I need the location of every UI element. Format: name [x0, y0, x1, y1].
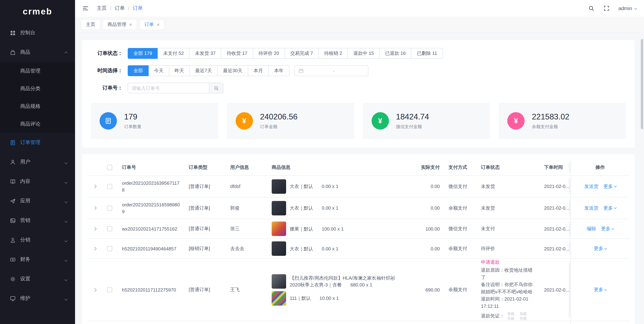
- time-filter-this-month[interactable]: 本月: [248, 65, 268, 76]
- status-filter-deleted[interactable]: 已删除 11: [411, 48, 443, 59]
- stat-card-balance-pay: ¥ 221583.02 余额支付金额: [499, 103, 626, 139]
- status-filter-completed[interactable]: 交易完成 7: [284, 48, 319, 59]
- gear-icon: [10, 276, 16, 282]
- sidebar-item-apps[interactable]: 应用: [0, 191, 75, 211]
- refund-time: 退款时间：2021-02-01 17:12:11: [481, 296, 536, 310]
- vertical-scrollbar[interactable]: [641, 39, 643, 129]
- tab-home[interactable]: 主页: [81, 19, 100, 30]
- goods-info: 腰果｜默认100.00 x 1: [267, 219, 406, 238]
- sidebar-item-settings[interactable]: 设置: [0, 269, 75, 289]
- sidebar-item-products[interactable]: 商品: [0, 42, 75, 62]
- stat-label: 微信支付金额: [396, 124, 429, 130]
- expand-row-icon[interactable]: [93, 227, 96, 230]
- status-filter-refunding[interactable]: 退款中 15: [348, 48, 380, 59]
- row-checkbox[interactable]: [107, 226, 112, 231]
- sidebar-item-product-category[interactable]: 商品分类: [0, 80, 75, 98]
- column-header-time: 下单时间: [540, 164, 570, 170]
- stat-label: 余额支付金额: [532, 124, 570, 130]
- more-button[interactable]: 更多: [604, 183, 616, 190]
- time-filter-all[interactable]: 全部: [128, 65, 149, 76]
- time-filter-row: 时间选择： 全部 今天 昨天 最近7天 最近30天 本月 本年 -: [91, 65, 626, 76]
- close-icon[interactable]: ×: [129, 22, 132, 27]
- status-filter-unpaid[interactable]: 未支付 52: [158, 48, 190, 59]
- edit-button[interactable]: 编辑: [587, 226, 596, 232]
- sidebar-item-finance[interactable]: 财务: [0, 250, 75, 269]
- status-filter-pending-receipt[interactable]: 待收货 17: [221, 48, 253, 59]
- expand-row-icon[interactable]: [93, 288, 96, 292]
- sidebar-item-dashboard[interactable]: 控制台: [0, 23, 75, 42]
- order-number-label: 订单号：: [91, 85, 123, 91]
- user-info: dfdsf: [226, 184, 267, 189]
- payment-method: 微信支付: [444, 183, 476, 190]
- sidebar-item-product-review[interactable]: 商品评论: [0, 115, 75, 133]
- row-actions: 更多: [570, 239, 630, 258]
- time-filter-yesterday[interactable]: 昨天: [169, 65, 190, 76]
- row-actions: 编辑 更多: [570, 219, 630, 238]
- chevron-down-icon: [65, 198, 67, 204]
- actual-payment: 0.00: [406, 184, 444, 189]
- breadcrumb-order[interactable]: 订单: [115, 5, 125, 12]
- tab-order[interactable]: 订单 ×: [139, 19, 164, 30]
- ship-button[interactable]: 发送货: [584, 205, 598, 211]
- fullscreen-icon[interactable]: [603, 5, 610, 12]
- time-button-group: 全部 今天 昨天 最近7天 最近30天 本月 本年: [128, 65, 289, 76]
- more-button[interactable]: 更多: [604, 205, 616, 211]
- row-checkbox[interactable]: [107, 206, 112, 210]
- sidebar-item-marketing[interactable]: 营销: [0, 211, 75, 230]
- status-filter-unshipped[interactable]: 未发货 37: [189, 48, 221, 59]
- user-menu[interactable]: admin: [618, 6, 637, 11]
- breadcrumb-current: 订单: [133, 5, 143, 12]
- time-filter-last30days[interactable]: 最近30天: [217, 65, 248, 76]
- image-icon: [10, 218, 16, 224]
- order-number: wx2021020214171755162: [118, 225, 184, 232]
- breadcrumb-home[interactable]: 主页: [97, 5, 107, 12]
- status-filter-pending-review[interactable]: 待评价 20: [253, 48, 285, 59]
- order-number-input[interactable]: [128, 82, 209, 94]
- status-filter-all[interactable]: 全部 179: [128, 48, 158, 59]
- table-row: h52021020119490464857 [核销订单] 去去去 大衣｜默认0.…: [87, 239, 630, 259]
- row-checkbox[interactable]: [107, 184, 112, 189]
- collapse-menu-icon[interactable]: [82, 5, 89, 12]
- expand-row-icon[interactable]: [93, 206, 96, 210]
- chevron-down-icon: [612, 227, 614, 230]
- date-range-picker[interactable]: -: [294, 65, 368, 76]
- sidebar-item-orders[interactable]: 订单管理: [0, 133, 75, 152]
- more-button[interactable]: 更多: [594, 286, 606, 293]
- select-all-checkbox[interactable]: [107, 165, 112, 170]
- search-icon[interactable]: [588, 5, 594, 12]
- goods-info: 大衣｜默认0.00 x 1: [267, 176, 406, 196]
- sidebar-item-product-spec[interactable]: 商品规格: [0, 98, 75, 115]
- column-header-pay: 实际支付: [406, 164, 444, 170]
- column-header-order-no: 订单号: [118, 164, 184, 171]
- time-filter-today[interactable]: 今天: [148, 65, 169, 76]
- expand-row-icon[interactable]: [93, 247, 96, 250]
- sidebar-item-maintenance[interactable]: 维护: [0, 289, 75, 308]
- close-icon[interactable]: ×: [156, 22, 160, 27]
- sidebar-item-users[interactable]: 用户: [0, 152, 75, 172]
- refund-proof-image[interactable]: 加载失败: [507, 311, 517, 321]
- column-header-status: 订单状态: [476, 164, 540, 171]
- product-thumbnail: [272, 274, 286, 288]
- expand-row-icon[interactable]: [93, 184, 96, 188]
- stat-label: 订单数量: [124, 124, 142, 130]
- tab-product-manage[interactable]: 商品管理 ×: [102, 19, 137, 30]
- sidebar-item-label: 订单管理: [20, 139, 40, 146]
- time-filter-last7days[interactable]: 最近7天: [190, 65, 218, 76]
- sidebar-item-content[interactable]: 内容: [0, 172, 75, 191]
- more-button[interactable]: 更多: [594, 245, 606, 252]
- sidebar-item-label: 内容: [20, 178, 30, 185]
- ship-button[interactable]: 发送货: [584, 183, 598, 190]
- status-filter-refunded[interactable]: 已退款 16: [379, 48, 412, 59]
- time-filter-this-year[interactable]: 本年: [268, 65, 289, 76]
- order-search-button[interactable]: [209, 82, 223, 94]
- row-checkbox[interactable]: [107, 246, 112, 251]
- row-checkbox[interactable]: [107, 287, 112, 292]
- sidebar-item-distribution[interactable]: 分销: [0, 230, 75, 250]
- book-icon: [10, 178, 16, 184]
- status-filter-pending-writeoff[interactable]: 待核销 2: [318, 48, 348, 59]
- sidebar-item-product-manage[interactable]: 商品管理: [0, 62, 75, 80]
- more-button[interactable]: 更多: [601, 226, 614, 232]
- sidebar-item-label: 维护: [20, 295, 30, 302]
- table-row: order2021020216395671178 [普通订单] dfdsf 大衣…: [87, 176, 630, 197]
- refund-proof-image[interactable]: 加载失败: [520, 311, 529, 321]
